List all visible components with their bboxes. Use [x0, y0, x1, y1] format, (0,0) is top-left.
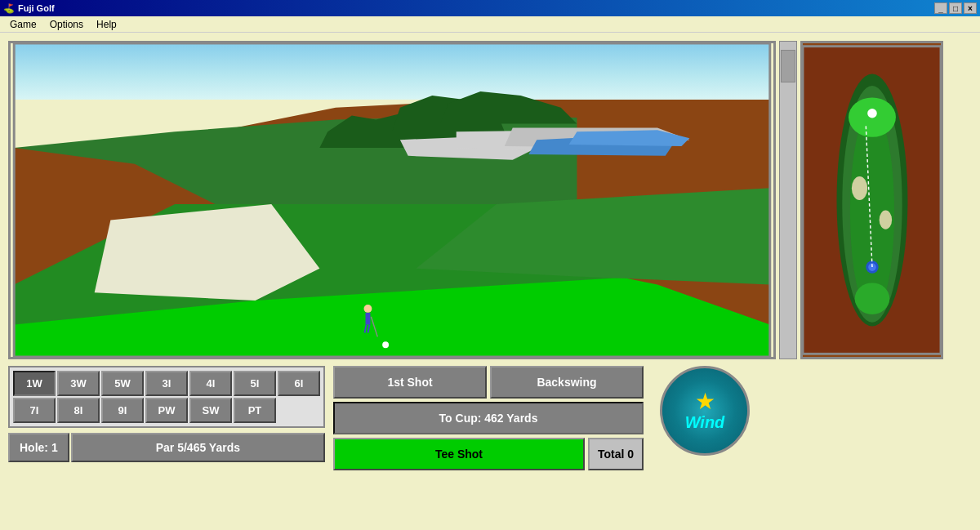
club-7i[interactable]: 7I [13, 398, 56, 423]
shot-controls: 1st Shot Backswing To Cup: 462 Yards Tee… [333, 366, 644, 470]
wind-label: Wind [685, 413, 725, 432]
to-cup-display: To Cup: 462 Yards [333, 402, 644, 434]
club-6i[interactable]: 6I [278, 371, 320, 396]
club-3w[interactable]: 3W [57, 371, 100, 396]
maximize-button[interactable]: □ [949, 2, 962, 14]
club-grid: 1W 3W 5W 3I 4I 5I 6I 7I 8I 9I PW SW PT [8, 366, 325, 428]
club-4i[interactable]: 4I [189, 371, 232, 396]
viewport-row [8, 41, 972, 359]
title-bar: ⛳ Fuji Golf _ □ × [0, 0, 980, 16]
minimize-button[interactable]: _ [934, 2, 947, 14]
club-pw[interactable]: PW [145, 398, 188, 423]
club-1w[interactable]: 1W [13, 371, 56, 396]
club-pt[interactable]: PT [234, 398, 276, 423]
game-viewport [8, 41, 776, 359]
hole-info-row: Hole: 1 Par 5/465 Yards [8, 433, 325, 462]
wind-star-icon: ★ [695, 390, 715, 413]
scrollbar[interactable] [779, 41, 797, 359]
shot-row-2: To Cup: 462 Yards [333, 402, 644, 434]
left-section: 1W 3W 5W 3I 4I 5I 6I 7I 8I 9I PW SW PT [8, 41, 972, 522]
menu-help[interactable]: Help [90, 17, 123, 32]
minimap [800, 41, 943, 359]
shot-row-3: Tee Shot Total 0 [333, 438, 644, 470]
club-5i[interactable]: 5I [234, 371, 276, 396]
par-label: Par 5/465 Yards [71, 433, 325, 462]
svg-point-32 [880, 211, 892, 229]
svg-point-28 [855, 283, 889, 314]
svg-point-30 [867, 109, 877, 118]
svg-point-22 [382, 341, 389, 348]
first-shot-button[interactable]: 1st Shot [333, 366, 487, 399]
menu-options[interactable]: Options [43, 17, 90, 32]
title-bar-left: ⛳ Fuji Golf [3, 3, 55, 14]
svg-rect-17 [366, 313, 371, 325]
club-9i[interactable]: 9I [101, 398, 144, 423]
club-sw[interactable]: SW [189, 398, 232, 423]
club-8i[interactable]: 8I [57, 398, 100, 423]
title-text: Fuji Golf [18, 3, 55, 13]
club-3i[interactable]: 3I [145, 371, 188, 396]
club-empty [278, 398, 320, 423]
menu-bar: Game Options Help [0, 16, 980, 33]
close-button[interactable]: × [964, 2, 977, 14]
svg-point-31 [852, 176, 867, 200]
hole-label: Hole: 1 [8, 433, 69, 462]
svg-point-18 [364, 305, 372, 313]
backswing-button[interactable]: Backswing [490, 366, 644, 399]
scroll-thumb[interactable] [781, 50, 795, 82]
main-content: 1W 3W 5W 3I 4I 5I 6I 7I 8I 9I PW SW PT [0, 33, 980, 530]
svg-rect-0 [14, 43, 770, 100]
tee-shot-button[interactable]: Tee Shot [333, 438, 585, 470]
club-5w[interactable]: 5W [101, 371, 144, 396]
total-display: Total 0 [588, 438, 644, 470]
title-bar-controls: _ □ × [934, 2, 977, 14]
shot-row-1: 1st Shot Backswing [333, 366, 644, 399]
menu-game[interactable]: Game [3, 17, 43, 32]
wind-circle: ★ Wind [660, 366, 750, 456]
title-icon: ⛳ [3, 3, 15, 14]
wind-indicator: ★ Wind [660, 366, 750, 456]
